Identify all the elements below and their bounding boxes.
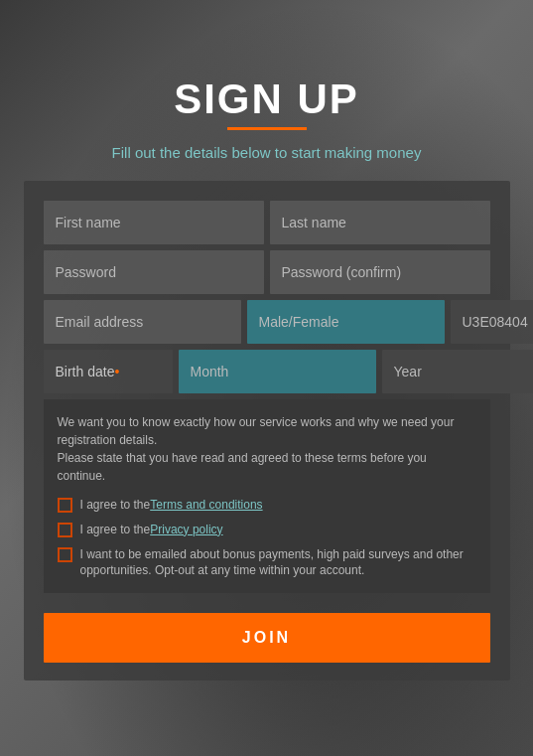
privacy-link[interactable]: Privacy policy	[150, 523, 222, 536]
terms-checkbox-label: I agree to theTerms and conditions	[80, 497, 263, 514]
last-name-input[interactable]	[270, 201, 490, 244]
first-name-input[interactable]	[44, 201, 264, 244]
gender-input[interactable]	[247, 300, 445, 344]
referral-input[interactable]	[451, 300, 534, 344]
privacy-checkbox-label: I agree to thePrivacy policy	[80, 522, 223, 538]
email-optin-checkbox[interactable]	[58, 547, 72, 562]
terms-section: We want you to know exactly how our serv…	[44, 399, 490, 593]
checkbox-row-3: I want to be emailed about bonus payment…	[58, 546, 476, 580]
password-row	[44, 250, 490, 294]
join-button[interactable]: JOIN	[44, 613, 490, 663]
password-confirm-input[interactable]	[270, 250, 490, 294]
page-subtitle: Fill out the details below to start maki…	[24, 144, 510, 161]
signup-container: SIGN UP Fill out the details below to st…	[24, 76, 510, 680]
email-optin-label: I want to be emailed about bonus payment…	[80, 546, 476, 580]
name-row	[44, 201, 490, 244]
checkbox-row-1: I agree to theTerms and conditions	[58, 497, 476, 514]
page-title: SIGN UP	[24, 76, 510, 123]
terms-checkbox[interactable]	[58, 498, 72, 513]
birth-date-label: Birth date•	[44, 350, 173, 393]
birthdate-row: Birth date•	[44, 350, 490, 393]
checkbox-row-2: I agree to thePrivacy policy	[58, 522, 476, 538]
password-input[interactable]	[44, 250, 264, 294]
required-dot: •	[114, 364, 119, 379]
privacy-checkbox[interactable]	[58, 523, 72, 537]
terms-paragraph: We want you to know exactly how our serv…	[58, 413, 476, 485]
title-underline	[227, 127, 307, 130]
form-section: Birth date• We want you to know exactly …	[24, 181, 510, 680]
email-input[interactable]	[44, 300, 241, 344]
month-input[interactable]	[179, 350, 376, 393]
year-input[interactable]	[382, 350, 534, 393]
email-gender-row	[44, 300, 490, 344]
terms-link[interactable]: Terms and conditions	[150, 498, 262, 512]
